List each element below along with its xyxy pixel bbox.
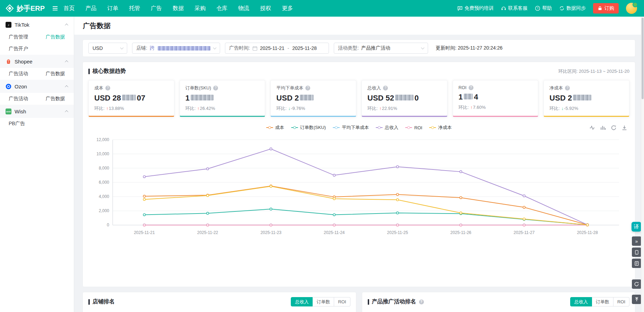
redacted-value (573, 95, 591, 101)
nav-ads[interactable]: 广告 (151, 5, 162, 12)
sidebar-group-tiktok[interactable]: ♪ TikTok (0, 18, 74, 31)
toggle-orders[interactable]: 订单数 (592, 297, 613, 306)
bar-chart-toggle-icon[interactable] (600, 125, 606, 131)
collapse-panel-button[interactable]: » (632, 236, 641, 246)
sidebar-item-ad-data-tiktok[interactable]: 广告数据 (37, 31, 74, 43)
shop-select[interactable]: 店铺: 跨 (132, 43, 220, 54)
avatar[interactable] (626, 3, 637, 14)
title-accent-bar (88, 69, 90, 74)
subscribe-button[interactable]: 订购 (593, 3, 619, 14)
shop-ranking-card: 店铺排名 总收入 订单数 ROI (82, 292, 356, 312)
redacted-shop-name (158, 46, 210, 51)
toggle-roi[interactable]: ROI (334, 297, 350, 306)
phone-icon (634, 250, 639, 255)
help-icon[interactable]: ? (469, 85, 473, 90)
svg-text:S: S (8, 61, 9, 63)
metric-compare: 环比: ↑7.60% (459, 104, 533, 111)
free-training-link[interactable]: 免费预约培训 (457, 5, 494, 11)
sidebar-group-ozon[interactable]: Ozon (0, 80, 74, 93)
sidebar-item-ad-campaign-ozon[interactable]: 广告活动 (0, 93, 37, 105)
translate-button[interactable]: 译 (632, 222, 641, 232)
legend-marker (429, 127, 436, 128)
campaign-ranking-title: 产品推广活动排名 ? (368, 298, 424, 305)
lock-icon (598, 6, 602, 11)
sidebar-item-ad-campaign-shopee[interactable]: 广告活动 (0, 68, 37, 80)
legend-item-avg-order-cost[interactable]: 平均下单成本 (333, 124, 369, 131)
date-range-picker[interactable]: 广告时间: 2025-11-21 - 2025-11-28 (225, 43, 329, 54)
data-sync-link[interactable]: 数据同步 (559, 5, 586, 11)
sidebar-item-ad-manage[interactable]: 广告管理 (0, 31, 37, 43)
nav-warehouse[interactable]: 仓库 (216, 5, 227, 12)
help-icon[interactable]: ? (565, 86, 570, 90)
help-icon[interactable]: ? (105, 86, 110, 90)
toggle-total-revenue[interactable]: 总收入 (570, 297, 592, 306)
chevron-down-icon (421, 46, 425, 49)
nav-more[interactable]: 更多 (282, 5, 293, 12)
scrollbar-track[interactable] (641, 17, 644, 312)
back-to-top-button[interactable] (632, 295, 641, 304)
sidebar-item-ad-data-shopee[interactable]: 广告数据 (37, 68, 74, 80)
toggle-orders[interactable]: 订单数 (313, 297, 334, 306)
line-chart-toggle-icon[interactable] (589, 125, 595, 131)
metric-card-net-cost: 净成本? USD 2 环比: ↓-5.92% (543, 80, 629, 117)
chevron-up-icon (65, 60, 68, 63)
title-accent-bar (368, 299, 369, 305)
section-title: 核心数据趋势 (88, 68, 126, 75)
currency-select[interactable]: USD (88, 43, 127, 54)
svg-text:4,000: 4,000 (99, 194, 109, 199)
sidebar-item-ad-data-ozon[interactable]: 广告数据 (37, 93, 74, 105)
nav-products[interactable]: 产品 (85, 5, 96, 12)
campaign-rank-metric-toggle: 总收入 订单数 ROI (570, 297, 629, 306)
legend-item-roi[interactable]: ROI (405, 124, 422, 131)
metric-card-avg-order-cost: 平均下单成本? USD 2 环比: ↓-9.76% (270, 80, 356, 117)
metric-card-cost: 成本? USD 2807 环比: ↑13.88% (88, 80, 174, 117)
legend-item-net-cost[interactable]: 净成本 (429, 124, 452, 131)
sidebar-item-pb-ads[interactable]: PB广告 (0, 118, 37, 130)
nav-purchase[interactable]: 采购 (194, 5, 206, 12)
redacted-value (191, 95, 214, 101)
logo-icon (6, 4, 14, 12)
redacted-value (395, 95, 414, 101)
svg-text:10,000: 10,000 (96, 151, 109, 156)
nav-hosting[interactable]: 托管 (129, 5, 140, 12)
contact-support-link[interactable]: 联系客服 (501, 5, 528, 11)
legend-item-total-revenue[interactable]: 总收入 (376, 124, 398, 131)
help-icon[interactable]: ? (305, 86, 310, 90)
nav-authorization[interactable]: 授权 (260, 5, 271, 12)
activity-type-select[interactable]: 活动类型: 产品推广活动 (334, 43, 428, 54)
menu-toggle-icon[interactable] (51, 5, 63, 12)
sidebar-group-shopee[interactable]: S Shopee (0, 55, 74, 68)
metric-cards-row: 成本? USD 2807 环比: ↑13.88% 订单数(SKU)? 1 环比:… (88, 80, 629, 117)
toggle-total-revenue[interactable]: 总收入 (291, 297, 313, 306)
filter-bar: USD 店铺: 跨 广告时间: 2025-11-21 - 2025-11-28 … (82, 40, 635, 57)
chevron-down-icon (213, 46, 217, 49)
help-link[interactable]: ? 帮助 (535, 5, 552, 11)
download-icon[interactable] (621, 125, 627, 131)
mobile-view-button[interactable] (632, 248, 641, 257)
nav-orders[interactable]: 订单 (107, 5, 118, 12)
sidebar-group-wish[interactable]: wish Wish (0, 105, 74, 118)
redacted-value (122, 95, 136, 101)
toggle-roi[interactable]: ROI (613, 297, 629, 306)
update-time: 更新时间: 2025-11-27 20:24:26 (436, 45, 503, 51)
app-logo[interactable]: 妙手ERP (0, 4, 51, 13)
metric-compare: 环比: ↓-5.92% (549, 105, 624, 112)
svg-text:2025-11-23: 2025-11-23 (260, 230, 281, 235)
ozon-icon (6, 84, 11, 89)
legend-item-orders-sku[interactable]: 订单数(SKU) (291, 124, 326, 131)
help-icon[interactable]: ? (419, 300, 424, 304)
legend-item-cost[interactable]: 成本 (266, 124, 284, 131)
nav-data[interactable]: 数据 (173, 5, 184, 12)
sidebar-item-ad-account-open[interactable]: 广告开户 (0, 43, 37, 55)
nav-home[interactable]: 首页 (63, 5, 75, 12)
arrow-up-icon (634, 297, 639, 302)
feedback-button[interactable] (632, 259, 641, 268)
refresh-page-button[interactable] (632, 279, 641, 289)
compare-range: 环比区间: 2025-11-13 ~ 2025-11-20 (558, 68, 629, 75)
help-icon[interactable]: ? (213, 86, 218, 90)
help-icon[interactable]: ? (383, 86, 388, 90)
legend-marker (405, 127, 412, 128)
nav-logistics[interactable]: 物流 (238, 5, 249, 12)
refresh-icon[interactable] (611, 125, 617, 131)
scrollbar-thumb[interactable] (642, 18, 644, 99)
